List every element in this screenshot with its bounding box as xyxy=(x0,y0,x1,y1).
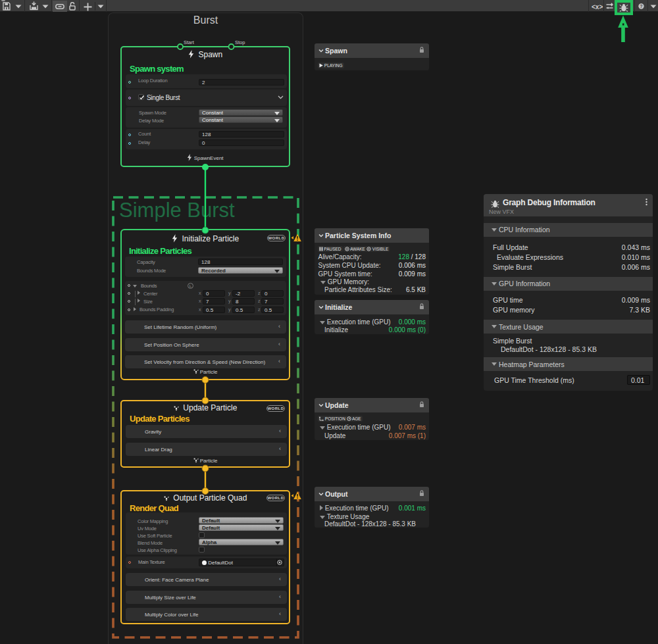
svg-text:?: ? xyxy=(640,4,643,9)
